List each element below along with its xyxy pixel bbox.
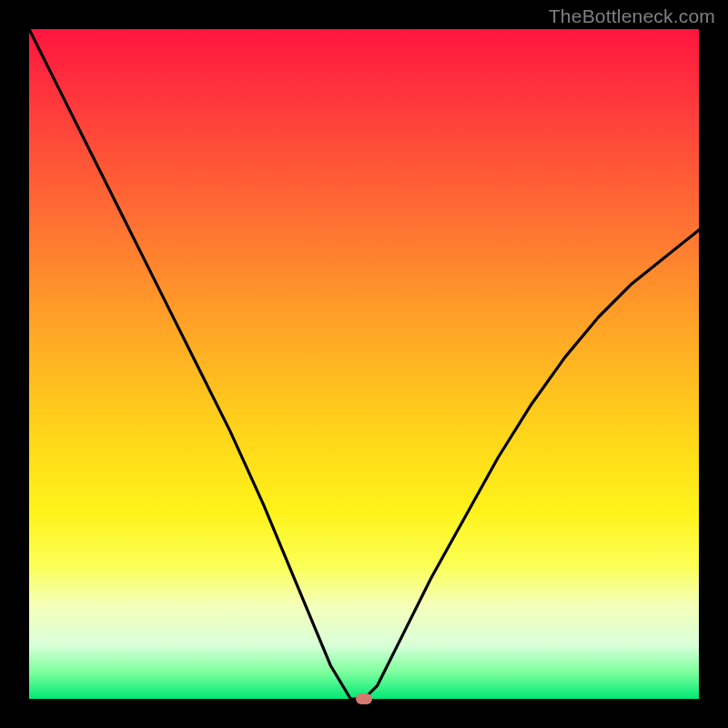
watermark-text: TheBottleneck.com	[549, 5, 715, 27]
bottleneck-curve	[29, 29, 699, 699]
plot-area	[29, 29, 699, 699]
optimal-point-marker	[356, 693, 372, 704]
chart-frame: TheBottleneck.com	[0, 0, 728, 728]
